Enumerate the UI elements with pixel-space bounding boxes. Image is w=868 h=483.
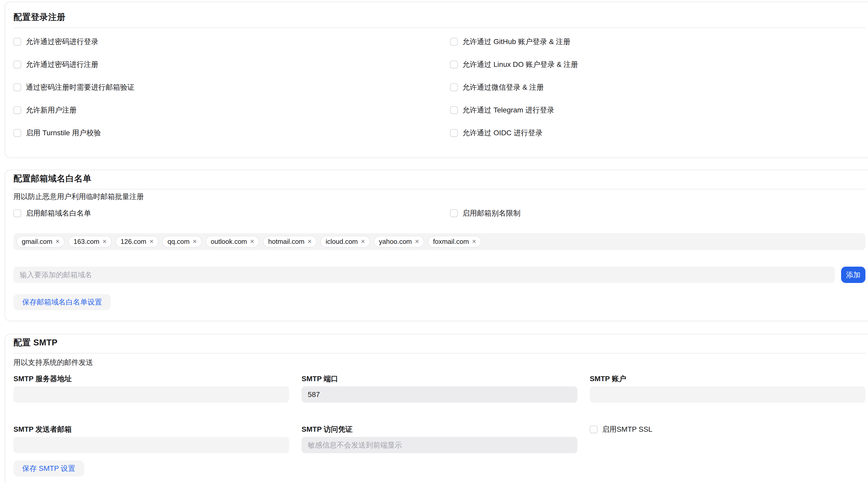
divider <box>13 27 865 28</box>
domain-tag-label: icloud.com <box>326 237 358 246</box>
domain-tag-label: gmail.com <box>22 237 52 246</box>
checkbox-label: 允许通过密码进行登录 <box>26 37 98 47</box>
divider <box>13 189 865 190</box>
remove-tag-icon[interactable]: × <box>102 238 106 245</box>
divider <box>13 353 865 353</box>
checkbox-box[interactable] <box>450 129 458 137</box>
field-label: SMTP 访问凭证 <box>302 425 577 433</box>
domain-tag: qq.com × <box>162 236 202 248</box>
checkbox-label: 启用邮箱域名白名单 <box>26 208 91 218</box>
remove-tag-icon[interactable]: × <box>472 238 476 245</box>
checkbox-enable-email-alias-limit[interactable]: 启用邮箱别名限制 <box>450 209 868 217</box>
domain-tag-label: qq.com <box>167 237 189 246</box>
field-label: SMTP 端口 <box>302 375 577 383</box>
checkbox-label: 允许通过密码进行注册 <box>26 60 98 69</box>
domain-tag-label: 126.com <box>121 237 147 246</box>
remove-tag-icon[interactable]: × <box>361 238 365 245</box>
domain-tag-label: yahoo.com <box>379 237 412 246</box>
checkbox-label: 允许通过 Telegram 进行登录 <box>462 105 554 115</box>
checkbox-box[interactable] <box>13 38 21 46</box>
login-checkbox-column-right: 允许通过 GitHub 账户登录 & 注册 允许通过 Linux DO 账户登录… <box>450 38 578 137</box>
domain-tag: icloud.com × <box>320 236 370 248</box>
checkbox-box[interactable] <box>450 61 458 68</box>
checkbox-item[interactable]: 允许通过 Linux DO 账户登录 & 注册 <box>450 61 578 68</box>
section-description: 用以支持系统的邮件发送 <box>13 359 865 366</box>
smtp-port-field: SMTP 端口 <box>302 375 577 403</box>
checkbox-box[interactable] <box>13 209 21 217</box>
checkbox-label: 允许通过 GitHub 账户登录 & 注册 <box>462 37 570 47</box>
page-title: 配置登录注册 <box>13 11 865 23</box>
checkbox-label: 启用邮箱别名限制 <box>462 208 521 218</box>
section-title: 配置邮箱域名白名单 <box>13 173 865 184</box>
smtp-credential-field: SMTP 访问凭证 <box>302 425 577 453</box>
checkbox-item[interactable]: 允许新用户注册 <box>13 106 450 114</box>
domain-tag-list: gmail.com × 163.com × 126.com × qq.com ×… <box>13 233 865 250</box>
checkbox-label: 允许新用户注册 <box>26 105 76 115</box>
checkbox-item[interactable]: 允许通过密码进行登录 <box>13 38 450 46</box>
checkbox-box[interactable] <box>13 83 21 91</box>
checkbox-box[interactable] <box>13 129 21 137</box>
smtp-account-field: SMTP 账户 <box>590 375 865 403</box>
checkbox-item[interactable]: 允许通过微信登录 & 注册 <box>450 83 578 91</box>
domain-tag: yahoo.com × <box>374 236 424 248</box>
smtp-server-input[interactable] <box>13 386 289 403</box>
checkbox-item[interactable]: 允许通过 Telegram 进行登录 <box>450 106 578 114</box>
save-email-whitelist-button[interactable]: 保存邮箱域名白名单设置 <box>13 294 111 310</box>
checkbox-label: 允许通过 Linux DO 账户登录 & 注册 <box>462 60 578 69</box>
smtp-server-field: SMTP 服务器地址 <box>13 375 289 403</box>
checkbox-enable-email-whitelist[interactable]: 启用邮箱域名白名单 <box>13 209 450 217</box>
remove-tag-icon[interactable]: × <box>250 238 254 245</box>
smtp-port-input[interactable] <box>302 386 577 403</box>
section-title: 配置 SMTP <box>13 337 865 348</box>
checkbox-box[interactable] <box>13 106 21 114</box>
checkbox-box[interactable] <box>590 425 597 433</box>
smtp-credential-input[interactable] <box>302 437 577 453</box>
checkbox-label: 通过密码注册时需要进行邮箱验证 <box>26 82 134 92</box>
add-domain-button[interactable]: 添加 <box>841 267 865 283</box>
field-label: SMTP 服务器地址 <box>13 375 289 383</box>
checkbox-label: 允许通过 OIDC 进行登录 <box>462 128 543 138</box>
domain-tag: gmail.com × <box>17 236 65 248</box>
remove-tag-icon[interactable]: × <box>307 238 312 245</box>
checkbox-enable-smtp-ssl[interactable]: 启用SMTP SSL <box>590 425 865 433</box>
checkbox-box[interactable] <box>450 106 458 114</box>
checkbox-box[interactable] <box>13 61 21 68</box>
checkbox-item[interactable]: 允许通过密码进行注册 <box>13 61 450 68</box>
checkbox-item[interactable]: 允许通过 GitHub 账户登录 & 注册 <box>450 38 578 46</box>
section-description: 用以防止恶意用户利用临时邮箱批量注册 <box>13 193 865 200</box>
checkbox-box[interactable] <box>450 38 458 46</box>
checkbox-item[interactable]: 允许通过 OIDC 进行登录 <box>450 129 578 137</box>
smtp-sender-field: SMTP 发送者邮箱 <box>13 425 289 453</box>
domain-tag-label: hotmail.com <box>268 237 304 246</box>
remove-tag-icon[interactable]: × <box>55 238 60 245</box>
domain-tag: foxmail.com × <box>428 236 481 248</box>
domain-tag: hotmail.com × <box>263 236 317 248</box>
email-domain-input[interactable] <box>13 267 835 283</box>
checkbox-box[interactable] <box>450 209 458 217</box>
domain-tag: outlook.com × <box>206 236 259 248</box>
domain-tag-label: foxmail.com <box>433 237 469 246</box>
email-whitelist-card: 配置邮箱域名白名单 用以防止恶意用户利用临时邮箱批量注册 启用邮箱域名白名单 启… <box>5 170 868 321</box>
checkbox-box[interactable] <box>450 83 458 91</box>
field-label: SMTP 发送者邮箱 <box>13 425 289 433</box>
checkbox-label: 启用SMTP SSL <box>602 424 652 434</box>
checkbox-label: 允许通过微信登录 & 注册 <box>462 82 544 92</box>
remove-tag-icon[interactable]: × <box>415 238 419 245</box>
smtp-account-input[interactable] <box>590 386 865 403</box>
checkbox-item[interactable]: 启用 Turnstile 用户校验 <box>13 129 450 137</box>
domain-tag-label: 163.com <box>73 237 99 246</box>
remove-tag-icon[interactable]: × <box>150 238 154 245</box>
checkbox-item[interactable]: 通过密码注册时需要进行邮箱验证 <box>13 83 450 91</box>
domain-tag: 126.com × <box>116 236 159 248</box>
domain-tag: 163.com × <box>68 236 112 248</box>
checkbox-label: 启用 Turnstile 用户校验 <box>26 128 101 138</box>
smtp-ssl-cell: 启用SMTP SSL <box>590 425 865 453</box>
login-settings-card: 配置登录注册 允许通过密码进行登录 允许通过密码进行注册 通过密码注册时需要进行… <box>5 2 868 158</box>
field-label: SMTP 账户 <box>590 375 865 383</box>
smtp-sender-input[interactable] <box>13 437 289 453</box>
smtp-settings-card: 配置 SMTP 用以支持系统的邮件发送 SMTP 服务器地址 SMTP 端口 S… <box>5 334 868 483</box>
remove-tag-icon[interactable]: × <box>193 238 197 245</box>
save-smtp-button[interactable]: 保存 SMTP 设置 <box>13 460 84 477</box>
login-checkbox-column-left: 允许通过密码进行登录 允许通过密码进行注册 通过密码注册时需要进行邮箱验证 允许… <box>13 38 450 137</box>
domain-tag-label: outlook.com <box>211 237 247 246</box>
